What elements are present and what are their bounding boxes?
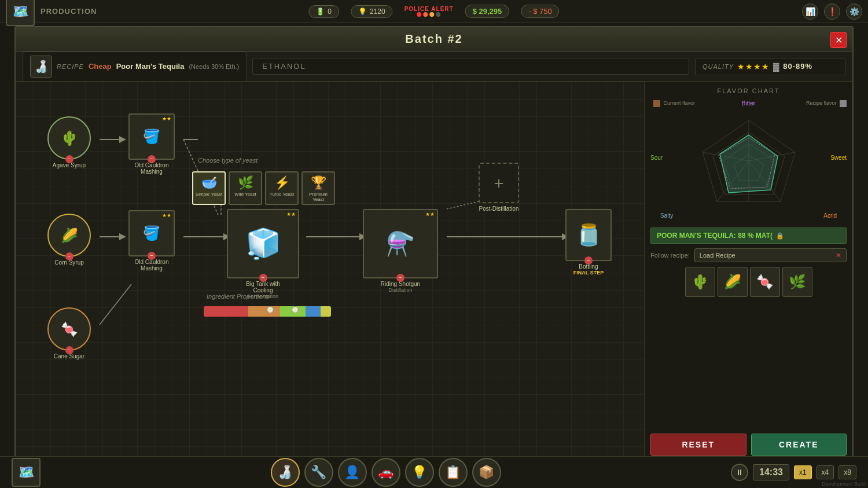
nav-people[interactable]: 👤: [338, 458, 367, 487]
wild-yeast-label: Wild Yeast: [234, 192, 256, 197]
cauldron1-icon: 🪣: [143, 129, 160, 145]
ing-icon-1[interactable]: 🌵: [685, 267, 715, 297]
turbo-yeast-label: Turbo Yeast: [270, 192, 294, 197]
quality-stars: ★★★★: [737, 62, 770, 71]
current-flavor-label: Current flavor: [653, 100, 695, 107]
bottom-right: ⏸ 14:33 x1 x4 x8: [731, 464, 856, 481]
match-text: POOR MAN'S TEQUILA: 88 % MAT(: [657, 232, 773, 240]
agave-icon: 🌵: [61, 130, 78, 146]
big-tank-minus[interactable]: −: [259, 274, 267, 282]
yeast-simple[interactable]: 🥣 Simple Yeast: [192, 171, 226, 205]
big-tank-label: Big Tank with Cooling: [237, 281, 289, 293]
map-button[interactable]: 🗺️: [6, 0, 35, 26]
action-buttons: RESET CREATE: [650, 434, 847, 456]
settings-icon[interactable]: ⚙️: [846, 3, 862, 20]
node-post-distillation[interactable]: ＋ Post-Distillation: [479, 163, 519, 212]
svg-marker-19: [720, 135, 778, 193]
agave-minus[interactable]: −: [65, 155, 73, 163]
graph-area: Choose type of yeast 🥣 Simple Yeast 🌿 Wi…: [16, 82, 644, 461]
dot-4: [436, 12, 441, 17]
speed-x1[interactable]: x1: [794, 465, 812, 479]
reset-button[interactable]: RESET: [650, 434, 746, 456]
turbo-yeast-icon: ⚡: [274, 175, 290, 190]
battery-icon: 🔋: [316, 8, 325, 16]
dot-2: [424, 12, 428, 17]
ing-icon-4[interactable]: 🌿: [782, 267, 812, 297]
bottom-bar: 🗺️ 🍶 🔧 👤 🚗 💡 📋 📦 ⏸ 14:33 x1 x4 x8: [0, 456, 868, 488]
load-recipe-button[interactable]: Load Recipe ✕: [694, 248, 847, 262]
nav-production[interactable]: 🍶: [271, 458, 300, 487]
alert-icon[interactable]: ❗: [824, 3, 840, 20]
distillation-label: Distillation: [388, 287, 412, 293]
close-button[interactable]: ✕: [830, 32, 847, 48]
pause-button[interactable]: ⏸: [731, 464, 748, 481]
prop-handle-2[interactable]: [292, 306, 299, 313]
ing-icon-2[interactable]: 🌽: [718, 267, 748, 297]
chart-icon[interactable]: 📊: [802, 3, 818, 20]
corn-minus[interactable]: −: [65, 252, 73, 260]
cane-icon: 🍬: [61, 321, 78, 337]
node-old-cauldron-1[interactable]: 🪣 ★★ − Old Cauldron Mashing: [126, 113, 178, 175]
node-big-tank[interactable]: 🧊 ★★ − Big Tank with Cooling Fermentatio…: [227, 209, 299, 299]
nav-crates[interactable]: 📦: [472, 458, 501, 487]
batch-dialog: Batch #2 ✕ 🍶 RECIPE Cheap Poor Man's Teq…: [14, 26, 854, 460]
match-bar: POOR MAN'S TEQUILA: 88 % MAT( 🔒: [650, 228, 847, 244]
bulb-icon: 💡: [358, 8, 367, 16]
bulb-value: 2120: [370, 8, 385, 16]
radar-chart-svg: [685, 109, 812, 213]
yeast-turbo[interactable]: ⚡ Turbo Yeast: [265, 171, 299, 205]
speed-x8[interactable]: x8: [838, 465, 856, 479]
right-panel: FLAVOR CHART Current flavor Recipe flavo…: [644, 82, 852, 461]
battery-pill[interactable]: 🔋 0: [308, 5, 339, 18]
battery-value: 0: [328, 8, 332, 16]
quality-range: 80-89%: [783, 62, 812, 71]
speed-x4[interactable]: x4: [816, 465, 834, 479]
production-label: PRODUCTION: [41, 7, 97, 16]
salty-label: Salty: [660, 212, 673, 219]
bitter-label: Bitter: [742, 100, 755, 107]
nav-tools[interactable]: 🔧: [304, 458, 333, 487]
plus-icon: ＋: [491, 172, 507, 194]
nav-vehicles[interactable]: 🚗: [372, 458, 400, 487]
yeast-choose-label: Choose type of yeast: [198, 157, 258, 164]
cauldron1-minus[interactable]: −: [148, 155, 156, 163]
node-old-cauldron-2[interactable]: 🪣 ★★ − Old Cauldron Mashing: [126, 210, 178, 271]
lock-icon: 🔒: [776, 232, 784, 240]
cane-minus[interactable]: −: [65, 346, 73, 354]
wild-yeast-icon: 🌿: [238, 175, 253, 190]
dialog-title: Batch #2: [405, 32, 462, 46]
nav-ideas[interactable]: 💡: [405, 458, 434, 487]
node-riding-shotgun[interactable]: ⚗️ ★★ − Riding Shotgun Distillation: [363, 209, 438, 293]
final-step-label: FINAL STEP: [573, 270, 604, 276]
load-recipe-close[interactable]: ✕: [836, 251, 841, 259]
bulb-pill[interactable]: 💡 2120: [351, 5, 393, 18]
prop-handle-1[interactable]: [267, 306, 274, 313]
bottling-minus[interactable]: −: [584, 256, 593, 265]
follow-recipe-row: Follow recipe: Load Recipe ✕: [650, 248, 847, 262]
node-agave-syrup[interactable]: 🌵 − Agave Syrup: [47, 116, 91, 168]
recipe-label: RECIPE: [57, 63, 84, 70]
recipe-cheap: Cheap: [89, 62, 112, 71]
sour-label: Sour: [650, 155, 663, 161]
node-bottling[interactable]: 🫙 − Bottling FINAL STEP: [565, 209, 612, 276]
riding-shotgun-minus[interactable]: −: [396, 274, 404, 282]
cauldron2-minus[interactable]: −: [148, 252, 156, 260]
simple-yeast-label: Simple Yeast: [196, 192, 222, 197]
big-tank-icon: 🧊: [245, 227, 281, 260]
prop-seg-1: [204, 306, 248, 317]
cauldron1-stars: ★★: [162, 116, 171, 122]
node-corn-syrup[interactable]: 🌽 − Corn Syrup: [47, 214, 91, 266]
ethanol-display: ETHANOL: [252, 58, 689, 75]
acrid-label: Acrid: [823, 212, 837, 219]
map-nav-button[interactable]: 🗺️: [12, 458, 41, 487]
yeast-premium[interactable]: 🏆 Premium Yeast: [301, 171, 335, 205]
quality-label: QUALITY: [703, 63, 734, 70]
cauldron2-stars: ★★: [162, 212, 171, 218]
ing-icon-3[interactable]: 🍬: [750, 267, 780, 297]
nav-notes[interactable]: 📋: [439, 458, 468, 487]
quality-half-star: ▓: [773, 62, 779, 71]
node-cane-sugar[interactable]: 🍬 − Cane Sugar: [47, 307, 91, 359]
yeast-options: 🥣 Simple Yeast 🌿 Wild Yeast ⚡ Turbo Yeas…: [192, 171, 335, 205]
create-button[interactable]: CREATE: [751, 434, 847, 456]
yeast-wild[interactable]: 🌿 Wild Yeast: [229, 171, 262, 205]
